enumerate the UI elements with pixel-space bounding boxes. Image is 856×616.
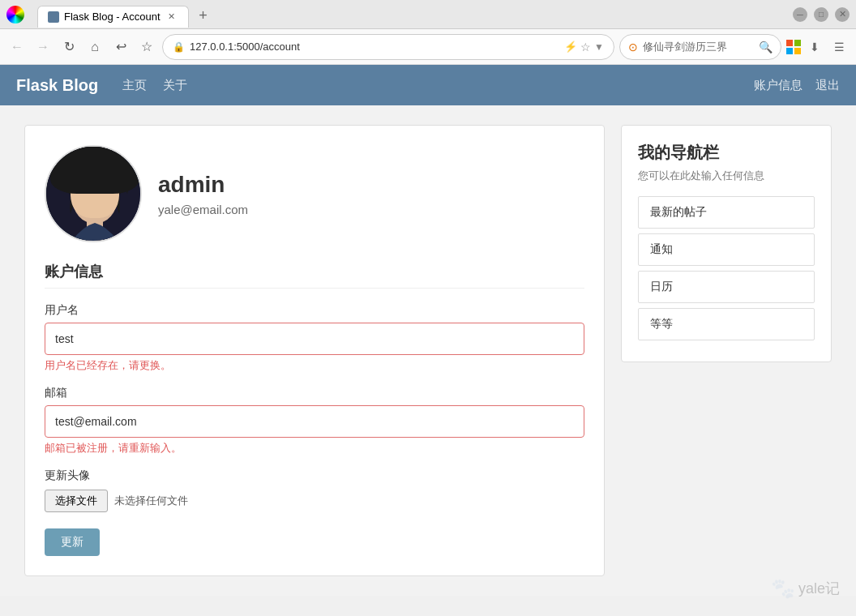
svg-point-7 — [86, 192, 88, 195]
picture-group: 更新头像 选择文件 未选择任何文件 — [45, 468, 584, 512]
window-close[interactable]: ✕ — [835, 7, 850, 22]
home-button[interactable]: ⌂ — [84, 36, 105, 58]
sidebar-title: 我的导航栏 — [638, 142, 815, 164]
menu-button[interactable]: ☰ — [828, 36, 850, 58]
url-display: 127.0.0.1:5000/account — [190, 41, 559, 53]
user-header: admin yale@email.com — [45, 145, 584, 242]
tab-close-button[interactable]: ✕ — [165, 11, 178, 24]
new-tab-button[interactable]: + — [192, 5, 215, 28]
browser-window: Flask Blog - Account ✕ + ─ □ ✕ ← → ↻ ⌂ ↩… — [0, 0, 856, 596]
list-item: 通知 — [638, 233, 815, 266]
svg-point-2 — [72, 172, 118, 224]
user-info: admin yale@email.com — [158, 172, 248, 216]
username-input[interactable] — [45, 323, 584, 355]
sidebar-link-0[interactable]: 最新的帖子 — [639, 197, 814, 228]
nav-home[interactable]: 主页 — [122, 78, 147, 93]
forward-button[interactable]: → — [32, 36, 54, 58]
email-error: 邮箱已被注册，请重新输入。 — [45, 441, 584, 456]
section-title: 账户信息 — [45, 262, 584, 289]
svg-point-6 — [102, 191, 107, 198]
svg-point-3 — [80, 190, 90, 201]
email-input[interactable] — [45, 405, 584, 438]
extensions-area: ⬇ ☰ — [786, 36, 850, 58]
email-label: 邮箱 — [45, 386, 584, 400]
chevron-down-icon[interactable]: ▼ — [594, 41, 604, 53]
svg-point-8 — [105, 192, 108, 195]
window-controls: ─ □ ✕ — [793, 7, 850, 22]
address-bar: ← → ↻ ⌂ ↩ ☆ 🔒 127.0.0.1:5000/account ⚡ ☆… — [0, 29, 856, 65]
bookmark-button[interactable]: ☆ — [136, 36, 157, 58]
window-minimize[interactable]: ─ — [793, 7, 807, 22]
svg-point-4 — [100, 190, 109, 201]
picture-label: 更新头像 — [45, 468, 584, 483]
username-group: 用户名 用户名已经存在，请更换。 — [45, 303, 584, 373]
address-bar-right: ⚡ ☆ ▼ — [564, 41, 604, 53]
bolt-icon: ⚡ — [564, 41, 577, 53]
sidebar-card: 我的导航栏 您可以在此处输入任何信息 最新的帖子 通知 日历 等等 — [621, 125, 832, 362]
avatar-image — [46, 145, 140, 242]
sidebar-link-1[interactable]: 通知 — [639, 234, 814, 265]
nav-account[interactable]: 账户信息 — [754, 78, 802, 93]
nav-right: 账户信息 退出 — [754, 78, 840, 93]
history-back-button[interactable]: ↩ — [110, 36, 131, 58]
search-engine-icon: ⊙ — [628, 41, 638, 53]
email-group: 邮箱 邮箱已被注册，请重新输入。 — [45, 386, 584, 456]
file-input-row: 选择文件 未选择任何文件 — [45, 490, 584, 512]
back-button[interactable]: ← — [6, 36, 28, 58]
sidebar-subtitle: 您可以在此处输入任何信息 — [638, 169, 815, 183]
username-error: 用户名已经存在，请更换。 — [45, 358, 584, 373]
browser-logo — [6, 6, 24, 24]
display-email: yale@email.com — [158, 203, 248, 216]
file-choose-button[interactable]: 选择文件 — [45, 490, 108, 512]
download-button[interactable]: ⬇ — [804, 36, 825, 58]
sidebar-link-3[interactable]: 等等 — [639, 309, 814, 340]
app-brand[interactable]: Flask Blog — [16, 76, 98, 95]
tab-favicon — [48, 11, 59, 23]
window-restore[interactable]: □ — [814, 7, 828, 22]
submit-button[interactable]: 更新 — [45, 528, 100, 556]
title-bar: Flask Blog - Account ✕ + ─ □ ✕ — [0, 0, 856, 29]
active-tab[interactable]: Flask Blog - Account ✕ — [37, 6, 189, 28]
search-box[interactable]: ⊙ 修仙寻剑游历三界 🔍 — [619, 34, 781, 60]
page-content: admin yale@email.com 账户信息 用户名 用户名已经存在，请更… — [0, 105, 856, 596]
tab-title: Flask Blog - Account — [64, 11, 160, 23]
file-none-label: 未选择任何文件 — [114, 494, 188, 508]
nav-logout[interactable]: 退出 — [815, 78, 840, 93]
avatar — [45, 145, 142, 242]
reload-button[interactable]: ↻ — [58, 36, 79, 58]
traffic-lights — [6, 6, 24, 24]
display-username: admin — [158, 172, 248, 198]
username-label: 用户名 — [45, 303, 584, 318]
nav-about[interactable]: 关于 — [163, 78, 187, 93]
list-item: 等等 — [638, 308, 815, 340]
list-item: 日历 — [638, 271, 815, 303]
avatar-svg — [46, 145, 140, 242]
star-icon[interactable]: ☆ — [580, 41, 591, 53]
security-icon: 🔒 — [173, 41, 185, 53]
app-navbar: Flask Blog 主页 关于 账户信息 退出 — [0, 65, 856, 105]
sidebar-list: 最新的帖子 通知 日历 等等 — [638, 196, 815, 340]
search-mic-icon: 🔍 — [759, 41, 773, 53]
main-card: admin yale@email.com 账户信息 用户名 用户名已经存在，请更… — [24, 125, 605, 576]
sidebar-link-2[interactable]: 日历 — [639, 272, 814, 302]
address-bar-input[interactable]: 🔒 127.0.0.1:5000/account ⚡ ☆ ▼ — [162, 34, 614, 60]
svg-point-5 — [83, 191, 88, 198]
search-placeholder: 修仙寻剑游历三界 — [643, 40, 727, 54]
svg-point-1 — [61, 145, 129, 204]
list-item: 最新的帖子 — [638, 196, 815, 229]
msft-logo — [786, 40, 801, 54]
tab-bar: Flask Blog - Account ✕ + — [31, 2, 780, 28]
